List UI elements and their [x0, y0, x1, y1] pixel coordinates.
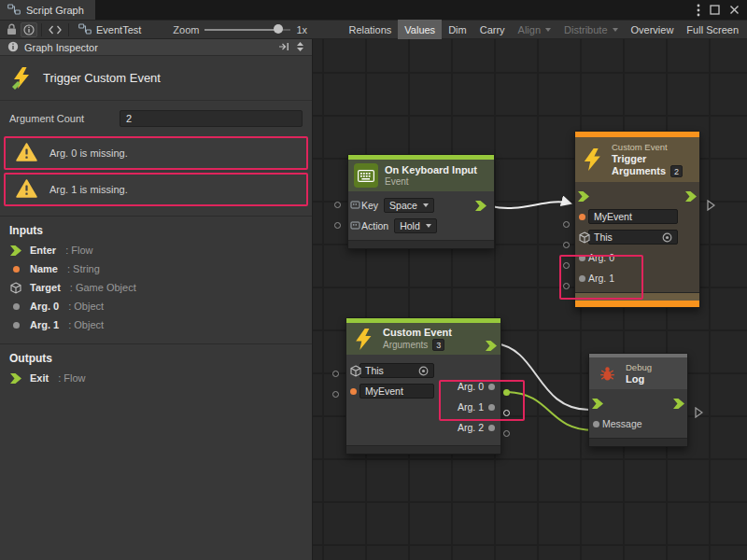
input-port-circle[interactable] [332, 371, 339, 377]
flow-port-row [575, 186, 699, 206]
flow-output-arrow[interactable] [475, 201, 486, 211]
full-screen-button[interactable]: Full Screen [680, 20, 745, 39]
node-title: Custom Event [383, 327, 452, 339]
overview-button[interactable]: Overview [625, 20, 681, 39]
values-button[interactable]: Values [398, 20, 442, 39]
info-icon [7, 41, 19, 54]
unit-title-row: Trigger Custom Event [0, 56, 312, 101]
input-port-circle[interactable] [332, 391, 339, 398]
toolbar-separator [68, 23, 69, 36]
close-icon[interactable] [729, 5, 740, 15]
maximize-icon[interactable] [710, 5, 720, 15]
toolbar-separator [41, 23, 42, 36]
main-area: Graph Inspector Trigger Custom Event Arg… [0, 39, 747, 560]
output-port-exit: Exit : Flow [0, 369, 312, 387]
object-dot-icon[interactable] [593, 421, 599, 427]
dim-button[interactable]: Dim [442, 20, 473, 39]
name-field[interactable]: MyEvent [588, 209, 678, 224]
action-port-label: Action [361, 220, 388, 231]
arg2-output-row: Arg. 2 [458, 418, 495, 437]
caret-down-icon [545, 28, 551, 32]
object-picker-icon[interactable] [662, 232, 672, 243]
input-port-circle[interactable] [334, 222, 341, 229]
tab-script-graph[interactable]: Script Graph [0, 0, 95, 20]
node-header: On Keyboard Input Event [348, 160, 494, 191]
code-icon[interactable] [46, 21, 64, 38]
align-label: Align [518, 24, 541, 35]
node-title: On Keyboard Input [385, 164, 477, 176]
action-dropdown[interactable]: Hold [394, 218, 437, 233]
flow-output-arrow[interactable] [673, 399, 684, 409]
game-object-cube-icon [9, 282, 22, 294]
zoom-slider[interactable] [204, 21, 290, 38]
caret-down-icon [426, 224, 431, 228]
key-port-row: Key Space [348, 195, 494, 216]
flow-arrow-icon [9, 373, 22, 384]
warning-icon [16, 179, 37, 200]
flow-output-arrow[interactable] [486, 341, 497, 351]
carry-button[interactable]: Carry [473, 20, 512, 39]
key-dropdown-value: Space [389, 200, 417, 211]
lock-icon[interactable] [2, 21, 21, 38]
caret-down-icon [423, 203, 429, 207]
warning-text: Arg. 1 is missing. [49, 184, 128, 195]
relations-button[interactable]: Relations [342, 20, 398, 39]
graph-canvas[interactable]: On Keyboard Input Event Key Space Action [313, 39, 747, 560]
target-field[interactable]: This [588, 230, 678, 245]
distribute-label: Distribute [564, 24, 607, 35]
object-dot-icon[interactable] [488, 425, 495, 431]
selection-strip [575, 301, 699, 307]
unity-script-graph-window: Script Graph EventTest Zoom 1x Relations… [0, 0, 747, 560]
expander-icon[interactable] [296, 41, 304, 54]
lightning-bolt-icon [581, 147, 605, 172]
flow-continuation-triangle [707, 200, 715, 211]
node-debug-log[interactable]: Debug Log Message [588, 353, 688, 447]
name-field[interactable]: MyEvent [359, 384, 434, 399]
argument-count-badge: 2 [670, 165, 683, 177]
zoom-value: 1x [296, 24, 307, 35]
node-footer [346, 445, 500, 454]
warning-icon [16, 143, 37, 163]
input-port-name: Name : String [0, 259, 312, 278]
toolbar-buttons: Relations Values Dim Carry Align Distrib… [342, 20, 745, 39]
flow-input-arrow[interactable] [578, 191, 589, 202]
distribute-button[interactable]: Distribute [557, 20, 624, 39]
flow-arrow-icon [9, 245, 22, 256]
object-dot-icon [9, 303, 22, 310]
script-graph-icon [7, 4, 21, 17]
flow-output-arrow[interactable] [685, 191, 697, 202]
action-dropdown-value: Hold [400, 220, 420, 231]
node-subtitle: Arguments [383, 340, 428, 351]
asset-breadcrumb[interactable]: EventTest [73, 23, 147, 36]
info-toggle-icon[interactable] [21, 22, 37, 37]
node-on-keyboard-input[interactable]: On Keyboard Input Event Key Space Action [347, 154, 495, 249]
game-object-cube-icon[interactable] [350, 365, 361, 377]
input-port-arg0: Arg. 0 : Object [0, 297, 312, 315]
argument-count-label: Argument Count [9, 113, 120, 124]
kebab-menu-icon[interactable] [697, 4, 700, 17]
target-field[interactable]: This [359, 363, 434, 378]
action-type-icon [350, 220, 360, 232]
panel-title: Graph Inspector [24, 42, 98, 53]
align-button[interactable]: Align [512, 20, 557, 39]
input-port-circle[interactable] [563, 242, 570, 248]
dock-icon[interactable] [278, 42, 289, 53]
argument-count-row: Argument Count 2 [9, 110, 303, 127]
lightning-bolt-icon [352, 327, 376, 351]
string-dot-icon[interactable] [350, 388, 357, 395]
game-object-cube-icon[interactable] [579, 231, 590, 244]
highlight-box-trigger-args [559, 255, 643, 300]
key-dropdown[interactable]: Space [384, 198, 434, 213]
highlight-box-arguments-args [439, 380, 525, 421]
string-dot-icon[interactable] [579, 214, 585, 220]
input-port-circle[interactable] [334, 202, 341, 208]
output-port-circle[interactable] [503, 430, 510, 437]
node-title-line2: Arguments [612, 165, 666, 177]
flow-input-arrow[interactable] [592, 399, 603, 409]
argument-count-input[interactable]: 2 [120, 110, 303, 127]
warning-arg0-missing: Arg. 0 is missing. [4, 136, 308, 170]
input-port-circle[interactable] [563, 221, 570, 228]
inputs-header: Inputs [0, 217, 312, 241]
object-picker-icon[interactable] [418, 366, 429, 376]
zoom-slider-knob[interactable] [274, 24, 283, 34]
